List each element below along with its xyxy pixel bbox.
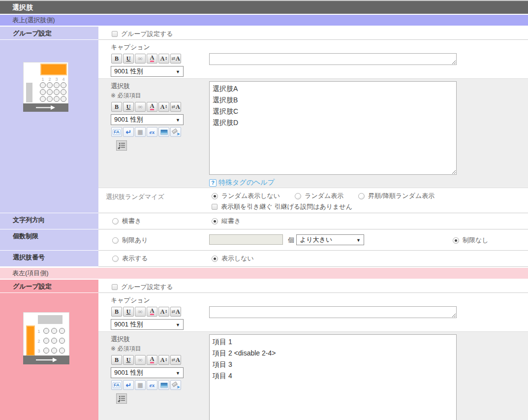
font-color-button[interactable]: A [147, 355, 157, 365]
option-label: 横書き [122, 217, 141, 226]
svg-text:2: 2 [37, 339, 40, 344]
choice-list-button[interactable] [116, 140, 127, 151]
chevron-down-icon: ▼ [176, 115, 180, 126]
bold-button[interactable]: B [111, 355, 122, 365]
direction-option-horizontal[interactable]: 横書き [112, 217, 212, 226]
radio-icon[interactable] [112, 237, 119, 244]
caption-input-top[interactable] [209, 53, 457, 65]
bold-glyph: B [115, 308, 119, 316]
card-button[interactable]: ▦ [135, 380, 146, 390]
randomize-option-asc-desc[interactable]: 昇順/降順ランダム表示 [358, 192, 435, 200]
bold-button[interactable]: B [111, 54, 122, 64]
row-illustration-cell: 1 2 3 [0, 293, 98, 420]
underline-glyph: U [126, 103, 131, 111]
caption-label: キャプション [111, 43, 209, 52]
bold-button[interactable]: B [111, 102, 122, 112]
randomize-block: 選択肢ランダマイズ ランダム表示しない ランダム表示 [98, 188, 528, 213]
limit-off-option[interactable]: 制限なし [453, 236, 489, 245]
font-size-button[interactable]: A▲▼ [158, 54, 169, 64]
inherit-order-checkbox[interactable] [212, 204, 217, 210]
swap-arrows-icon: ⇄ [171, 56, 175, 61]
swap-arrows-icon: ⇄ [171, 357, 175, 362]
option-label: 縦書き [221, 217, 241, 226]
font-color-glyph: A [150, 103, 155, 110]
fa-insert-button[interactable]: FA [111, 127, 122, 137]
number-show-option[interactable]: 表示する [112, 254, 212, 263]
fa-insert-button[interactable]: FA [111, 380, 122, 390]
link-button[interactable]: ∞ [135, 355, 146, 365]
bold-glyph: B [115, 103, 119, 111]
line-break-button[interactable]: ↵ [123, 127, 134, 137]
question-select-dropdown[interactable]: 9001 性別 ▼ [111, 66, 184, 77]
group-setting-checkbox[interactable] [112, 284, 118, 290]
randomize-option-random[interactable]: ランダム表示 [295, 192, 343, 200]
randomize-option-none[interactable]: ランダム表示しない [212, 192, 280, 200]
bold-button[interactable]: B [111, 307, 122, 317]
link-button[interactable]: ∞ [135, 102, 146, 112]
choice-number-row: 選択肢番号 表示する 表示しない [0, 251, 528, 267]
chevron-down-icon: ▼ [356, 235, 361, 246]
line-break-button[interactable]: ↵ [123, 380, 134, 390]
link-button[interactable]: ∞ [135, 307, 146, 317]
font-color-button[interactable]: A [147, 54, 157, 64]
clear-tag-button[interactable]: ➤ [170, 127, 181, 137]
font-size-button[interactable]: A▲▼ [158, 307, 169, 317]
underline-button[interactable]: U [123, 307, 134, 317]
choice-list-button[interactable] [116, 393, 127, 404]
font-color-button[interactable]: A [147, 102, 157, 112]
bold-glyph: B [115, 356, 119, 364]
choices-label: 選択肢 [111, 335, 209, 344]
font-size-button[interactable]: A▲▼ [158, 102, 169, 112]
image-insert-button[interactable] [158, 127, 169, 137]
ex-insert-button[interactable]: ex [147, 127, 157, 137]
special-tag-help-link[interactable]: ? 特殊タグのヘルプ [209, 178, 528, 187]
radio-icon[interactable] [112, 218, 119, 225]
group-setting-label: グループ設定 [13, 283, 52, 290]
svg-text:1: 1 [41, 77, 44, 82]
radio-icon[interactable] [295, 193, 301, 199]
question-select-dropdown[interactable]: 9001 性別 ▼ [111, 319, 184, 330]
font-size-button[interactable]: A▲▼ [158, 355, 169, 365]
radio-icon[interactable] [212, 193, 218, 199]
group-setting-row-left: グループ設定 グループ設定する [0, 280, 528, 293]
count-limit-row: 個数制限 制限あり 個 より大きい ▼ 制限なし [0, 229, 528, 251]
font-color-button[interactable]: A [147, 307, 157, 317]
direction-option-vertical[interactable]: 縦書き [212, 217, 241, 226]
radio-icon[interactable] [212, 256, 218, 262]
inherit-order-checkbox-row[interactable]: 表示順を引き継ぐ 引継げる設問はありません [212, 202, 528, 211]
comparator-dropdown[interactable]: より大きい ▼ [296, 234, 364, 245]
question-select-dropdown[interactable]: 9001 性別 ▼ [111, 367, 184, 378]
group-setting-checkbox-row[interactable]: グループ設定する [112, 280, 528, 291]
text-direction-button[interactable]: ⇄A [170, 54, 181, 64]
text-direction-label: 文字列方向 [13, 216, 45, 224]
choices-textarea-top[interactable]: 選択肢A 選択肢B 選択肢C 選択肢D [209, 81, 457, 175]
ex-icon: ex [150, 382, 155, 388]
choices-config-row-top: 1 2 3 4 キャプション [0, 40, 528, 213]
radio-icon[interactable] [453, 237, 459, 244]
limit-on-option[interactable]: 制限あり [112, 236, 148, 245]
number-hide-option[interactable]: 表示しない [212, 254, 254, 263]
radio-icon[interactable] [112, 256, 119, 262]
limit-count-input[interactable] [209, 234, 283, 245]
question-select-dropdown[interactable]: 9001 性別 ▼ [111, 114, 184, 125]
choices-textarea-left[interactable]: 項目 1 項目 2 <disable 2-4> 項目 3 項目 4 [209, 334, 457, 420]
triangle-down-icon: ▼ [165, 312, 167, 314]
underline-button[interactable]: U [123, 102, 134, 112]
text-direction-button[interactable]: ⇄A [170, 355, 181, 365]
underline-button[interactable]: U [123, 355, 134, 365]
group-setting-checkbox[interactable] [112, 31, 118, 37]
ex-insert-button[interactable]: ex [147, 380, 157, 390]
link-button[interactable]: ∞ [135, 54, 146, 64]
card-icon: ▦ [137, 129, 143, 135]
underline-button[interactable]: U [123, 54, 134, 64]
clear-tag-button[interactable]: ➤ [170, 380, 181, 390]
swap-arrows-icon: ⇄ [171, 309, 175, 314]
text-direction-button[interactable]: ⇄A [170, 102, 181, 112]
text-direction-button[interactable]: ⇄A [170, 307, 181, 317]
radio-icon[interactable] [212, 218, 218, 225]
image-insert-button[interactable] [158, 380, 169, 390]
group-setting-checkbox-row[interactable]: グループ設定する [112, 27, 528, 38]
caption-input-left[interactable] [209, 306, 457, 318]
radio-icon[interactable] [358, 193, 365, 199]
card-button[interactable]: ▦ [135, 127, 146, 137]
